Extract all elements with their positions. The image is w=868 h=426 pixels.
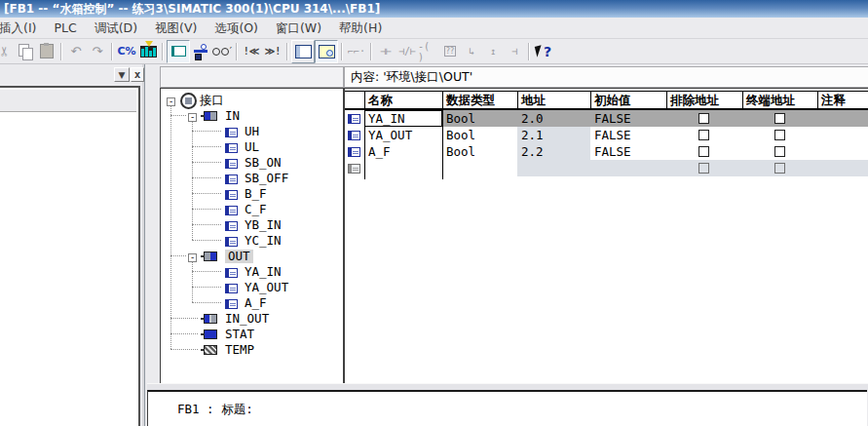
row-icon[interactable] <box>348 131 360 140</box>
tree-node-ya-in[interactable]: YA_IN <box>245 265 282 279</box>
column-header-initial[interactable]: 初始值 <box>594 92 631 108</box>
cell-address[interactable]: 2.2 <box>521 143 544 160</box>
tree-node-in-out[interactable]: IN_OUT <box>225 312 269 326</box>
column-header-name[interactable]: 名称 <box>368 92 393 108</box>
tree-node-c-f[interactable]: C_F <box>245 203 267 216</box>
tree-node-yb-in[interactable]: YB_IN <box>245 218 282 232</box>
tree-node-sb-on[interactable]: SB_ON <box>245 156 282 170</box>
tree-node-a-f[interactable]: A_F <box>245 296 267 310</box>
column-header-datatype[interactable]: 数据类型 <box>446 92 495 108</box>
undo-icon[interactable]: ↶ <box>65 41 87 62</box>
tree-node-temp[interactable]: TEMP <box>225 343 254 357</box>
help-pointer-icon[interactable]: ? <box>533 41 554 62</box>
menu-plc[interactable]: PLC <box>45 18 85 38</box>
exclude-address-checkbox[interactable] <box>698 163 709 174</box>
cut-icon[interactable]: ✂ <box>0 41 15 62</box>
column-header-exclude[interactable]: 排除地址 <box>670 92 719 108</box>
variable-icon <box>225 299 238 309</box>
exclude-address-checkbox[interactable] <box>698 113 709 124</box>
cell-name[interactable]: YA_OUT <box>368 127 412 143</box>
tree-node-ul[interactable]: UL <box>245 140 259 154</box>
new-row-icon[interactable] <box>348 164 360 174</box>
paste-icon[interactable] <box>36 41 57 62</box>
open-branch-icon[interactable]: ↳ <box>461 41 482 62</box>
terminal-address-checkbox[interactable] <box>774 146 785 157</box>
menu-window[interactable]: 窗口(W) <box>267 18 330 38</box>
contact-no-icon[interactable]: ⊣⊢ <box>375 41 396 62</box>
download-icon[interactable] <box>137 41 159 62</box>
collapse-box-out[interactable]: - <box>188 253 197 262</box>
close-branch-icon[interactable]: ↥ <box>482 41 504 62</box>
menu-help[interactable]: 帮助(H) <box>330 18 391 38</box>
tree-node-b-f[interactable]: B_F <box>245 187 267 201</box>
tree-node-in[interactable]: IN <box>225 109 240 123</box>
overview-pane-icon[interactable] <box>291 40 315 63</box>
row-icon[interactable] <box>348 114 360 124</box>
name-edit-cell[interactable]: YA_IN <box>364 110 442 127</box>
next-error-icon[interactable]: ≫! <box>262 41 283 62</box>
cell-address[interactable]: 2.1 <box>521 127 544 143</box>
tree-node-stat[interactable]: STAT <box>225 328 254 341</box>
cell-name[interactable]: A_F <box>368 143 391 160</box>
toolbar-separator <box>341 43 343 60</box>
table-border <box>817 91 818 108</box>
cell-datatype[interactable]: Bool <box>446 143 475 160</box>
menu-options[interactable]: 选项(O) <box>206 18 267 38</box>
dropdown-button[interactable]: ▼ <box>114 67 130 82</box>
tree-node-ya-out[interactable]: YA_OUT <box>245 281 288 294</box>
copy-icon[interactable] <box>15 41 36 62</box>
symbol-information-icon[interactable] <box>190 41 211 62</box>
terminal-address-checkbox[interactable] <box>774 163 785 174</box>
column-header-terminal[interactable]: 终端地址 <box>746 92 795 108</box>
exclude-address-checkbox[interactable] <box>698 146 709 157</box>
terminal-address-checkbox[interactable] <box>774 113 785 124</box>
cell-datatype[interactable]: Bool <box>446 127 475 143</box>
column-header-address[interactable]: 地址 <box>521 92 546 108</box>
contact-nc-icon[interactable]: ⊣/⊢ <box>396 41 418 62</box>
plc-connection-icon[interactable]: C% <box>116 41 137 62</box>
tree-guide <box>192 287 221 288</box>
row-icon[interactable] <box>348 147 360 157</box>
toolbar-separator <box>236 43 238 60</box>
tree-guide <box>170 102 171 349</box>
detail-view-icon[interactable] <box>315 40 338 63</box>
rung-end-icon[interactable]: ⊣ <box>504 41 525 62</box>
menu-debug[interactable]: 调试(D) <box>86 18 146 38</box>
exclude-address-checkbox[interactable] <box>698 130 709 140</box>
tree-guide <box>192 259 193 302</box>
tree-guide <box>170 349 198 350</box>
new-network-icon[interactable]: ⌐⌐· <box>346 41 367 62</box>
collapse-box-in[interactable]: - <box>188 113 197 122</box>
tree-pane-header <box>160 66 344 88</box>
close-icon[interactable]: x <box>131 67 144 82</box>
cell-initial[interactable]: FALSE <box>594 143 631 160</box>
tree-guide <box>192 193 221 194</box>
tree-node-interface[interactable]: 接口 <box>200 94 224 107</box>
tree-node-out[interactable]: OUT <box>225 250 253 263</box>
tree-guide <box>170 255 186 256</box>
program-elements-icon[interactable] <box>167 40 190 63</box>
background-window-header <box>0 90 136 112</box>
cell-address[interactable]: 2.0 <box>521 110 544 127</box>
empty-box-icon[interactable]: ?? <box>439 41 461 62</box>
cell-initial[interactable]: FALSE <box>594 110 631 127</box>
collapse-box-interface[interactable]: - <box>167 97 175 106</box>
previous-error-icon[interactable]: !≪ <box>241 41 262 62</box>
monitor-glasses-icon[interactable]: ′ <box>211 41 233 62</box>
coil-icon[interactable]: -( ) <box>418 41 439 62</box>
tree-node-uh[interactable]: UH <box>245 125 259 138</box>
tree-node-yc-in[interactable]: YC_IN <box>245 234 282 248</box>
table-border <box>442 91 443 108</box>
terminal-address-checkbox[interactable] <box>774 130 785 140</box>
tree-node-sb-off[interactable]: SB_OFF <box>245 172 288 185</box>
tree-guide <box>192 119 193 240</box>
cell-initial[interactable]: FALSE <box>594 127 631 143</box>
background-window: ▼ x <box>0 64 142 426</box>
tree-guide <box>192 240 221 241</box>
declaration-table: 名称 数据类型 地址 初始值 排除地址 终端地址 注释 YA_IN Bool 2… <box>344 88 868 383</box>
menu-view[interactable]: 视图(V) <box>146 18 206 38</box>
redo-icon[interactable]: ↷ <box>87 41 108 62</box>
cell-datatype[interactable]: Bool <box>446 110 475 127</box>
menu-insert[interactable]: 插入(I) <box>0 18 45 38</box>
column-header-comment[interactable]: 注释 <box>821 92 846 108</box>
